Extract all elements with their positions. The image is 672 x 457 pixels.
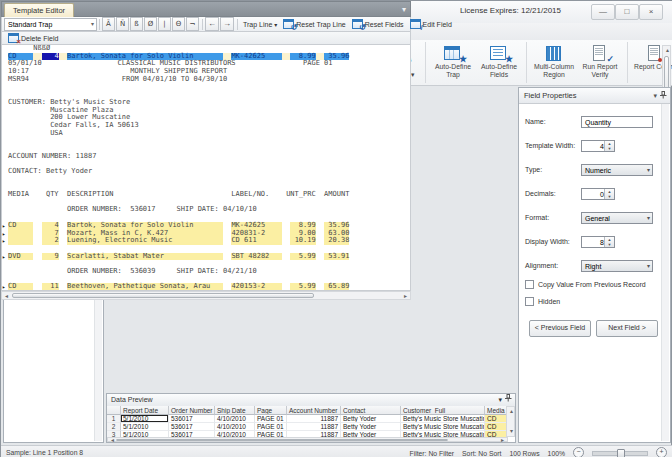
grid-horizontal-scrollbar[interactable]: ◂ ▸ [107,437,508,442]
checkbox[interactable] [525,280,534,289]
grid-cell[interactable]: 5/1/2010 [121,423,169,431]
grid-cell[interactable]: 536017 [169,415,215,423]
checkbox[interactable] [525,297,534,306]
trap-line-button[interactable]: Trap Line ▾ [240,21,280,28]
ribbon-button-run-report-verify[interactable]: ✓Run Report Verify [577,42,623,78]
chevron-down-icon[interactable]: ▾ [499,396,503,403]
grid-cell[interactable]: Betty's Music Store Muscatine... [401,423,485,431]
trap-char-button[interactable]: Ã [102,17,115,31]
spinner-arrows[interactable]: ▲▼ [604,189,614,199]
scroll-down-icon[interactable]: ▾ [507,427,516,436]
spinner-field[interactable]: 0▲▼ [581,188,615,200]
field-segment[interactable]: 5.99 [290,253,315,261]
row-number[interactable]: 1 [107,415,121,423]
grid-cell[interactable]: PAGE 01 [255,423,287,431]
field-segment[interactable]: 10.19 [290,237,315,245]
grid-cell[interactable]: 11887 [287,415,341,423]
grid-cell[interactable]: 4/10/2010 [215,415,255,423]
field-segment[interactable]: Luening, Electronic Music [67,237,223,245]
trap-char-button[interactable]: Ø [144,17,157,31]
grid-column-header[interactable]: Ship Date [215,406,255,415]
grid-column-header[interactable]: Customer_Full [401,406,485,415]
field-segment[interactable]: 65.89 [324,283,349,291]
field-segment[interactable]: CD [8,283,33,291]
grid-cell[interactable]: Betty's Music Store Muscatine... [401,415,485,423]
select-field[interactable]: Right▾ [581,260,653,272]
field-segment[interactable]: 2 [42,237,59,245]
field-segment[interactable]: Scarlatti, Stabat Mater [67,253,223,261]
trap-char-button[interactable]: | [158,17,171,31]
pin-icon[interactable] [659,91,667,99]
ribbon-button-auto-define-fields[interactable]: ★Auto-Define Fields [476,42,522,78]
spinner-arrows[interactable]: ▲▼ [604,237,614,247]
field-segment[interactable]: Beethoven, Pathetique Sonata, Arau [67,283,223,291]
grid-cell[interactable]: CD [485,415,506,423]
trap-char-button[interactable]: ß [130,17,143,31]
field-segment[interactable]: 11 [42,283,59,291]
name-field[interactable]: Quantity [581,116,653,128]
zoom-slider-thumb[interactable] [617,449,625,457]
grid-column-header[interactable]: Report Date [121,406,169,415]
text-segment [33,237,41,245]
zoom-out-button[interactable]: − [573,447,584,457]
field-segment[interactable]: CD 611 [231,237,282,245]
delete-field-button[interactable]: Delete Field [5,33,61,43]
spinner-field[interactable]: 4▲▼ [581,140,615,152]
nav-forward-button[interactable]: → [220,17,234,31]
pin-icon[interactable] [504,394,512,402]
grid-vertical-scrollbar[interactable]: ▴ ▾ [506,406,515,437]
scroll-right-icon[interactable]: ▸ [498,438,507,443]
close-button[interactable]: × [639,4,663,20]
ribbon-button-auto-define-trap[interactable]: ★Auto-Define Trap [430,42,476,78]
grid-cell[interactable]: Betty Yoder [341,423,401,431]
grid-column-header[interactable]: Order Number [169,406,215,415]
grid-column-header[interactable]: Page [255,406,287,415]
grid-cell[interactable]: 5/1/2010 [121,415,169,423]
grid-cell[interactable]: 536017 [169,423,215,431]
row-number[interactable]: 2 [107,423,121,431]
maximize-button[interactable]: □ [615,4,639,20]
grid-cell[interactable]: 11887 [287,423,341,431]
field-properties-scrollbar[interactable] [661,104,669,441]
reset-trap-line-button[interactable]: Reset Trap Line [280,19,348,29]
grid-cell[interactable]: Betty Yoder [341,415,401,423]
select-field[interactable]: General▾ [581,212,653,224]
field-segment[interactable]: 5.99 [290,283,315,291]
chevron-down-icon[interactable]: ▾ [654,92,658,99]
grid-column-header[interactable]: Contact [341,406,401,415]
field-segment[interactable]: 53.91 [324,253,349,261]
previous-field-button[interactable]: < Previous Field [529,320,591,337]
spinner-arrows[interactable]: ▲▼ [604,141,614,151]
scroll-up-icon[interactable]: ▴ [507,407,516,416]
field-segment[interactable]: 420153-2 [231,283,282,291]
grid-cell[interactable]: 4/10/2010 [215,423,255,431]
scroll-left-icon[interactable]: ◂ [2,292,11,301]
field-segment[interactable]: SBT 48282 [231,253,282,261]
minimize-button[interactable]: — [591,4,615,20]
editor-horizontal-scrollbar[interactable]: ◂ ▸ [1,291,411,300]
editor-content[interactable]: ÑßßØ CD 4 Bartok, Sonata for Solo Violin… [1,45,411,291]
edit-field-button[interactable]: Edit Field [407,19,455,29]
spinner-field[interactable]: 8▲▼ [581,236,615,248]
field-segment[interactable]: 20.38 [324,237,349,245]
zoom-slider[interactable] [592,451,648,456]
grid-cell[interactable]: PAGE 01 [255,415,287,423]
grid-column-header[interactable] [107,406,121,415]
trap-char-button[interactable]: Ñ [116,17,129,31]
scroll-up-icon[interactable]: ▴ [663,46,672,55]
ribbon-button-multi-column-region[interactable]: Multi-Column Region [531,42,577,78]
zoom-in-button[interactable]: + [656,447,667,457]
grid-column-header[interactable]: Account Number [287,406,341,415]
field-segment[interactable]: 9 [42,253,59,261]
reset-fields-button[interactable]: Reset Fields [349,19,407,29]
trap-type-select[interactable]: Standard Trap▾ [4,18,97,31]
nav-back-button[interactable]: ← [205,17,219,31]
trap-char-button[interactable]: ¬ [186,17,199,31]
grid-column-header[interactable]: Media [485,406,506,415]
next-field-button[interactable]: Next Field > [596,320,658,337]
chevron-down-icon[interactable]: ▾ [402,5,406,14]
select-field[interactable]: Numeric▾ [581,164,653,176]
scroll-right-icon[interactable]: ▸ [401,292,410,301]
trap-char-button[interactable]: Θ [172,17,185,31]
grid-cell[interactable]: CD [485,423,506,431]
